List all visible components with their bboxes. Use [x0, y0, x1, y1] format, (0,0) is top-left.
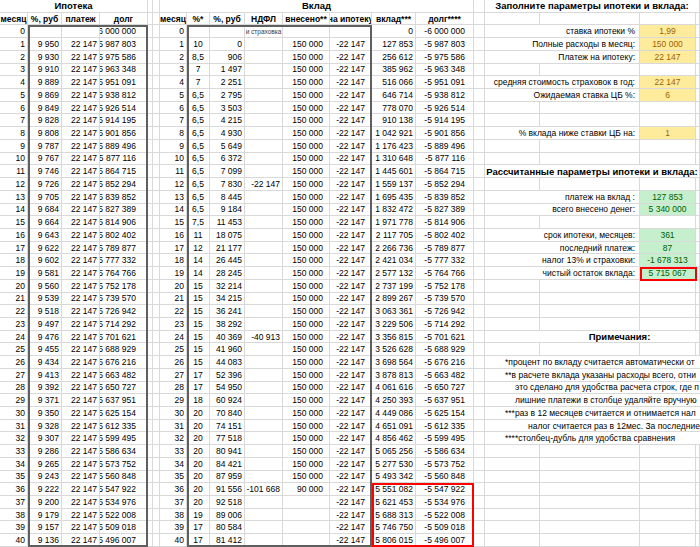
table-cell[interactable]: 5 621 453	[372, 496, 416, 509]
table-cell[interactable]: 22 147	[62, 140, 100, 153]
table-cell[interactable]: 150 000	[283, 318, 330, 331]
table-cell[interactable]: 15	[187, 280, 210, 293]
table-cell[interactable]: 2 117 705	[372, 229, 416, 242]
table-cell[interactable]: 4 061 616	[372, 382, 416, 395]
table-cell[interactable]	[210, 25, 245, 38]
table-cell[interactable]	[245, 254, 283, 267]
table-cell[interactable]: 22 147	[62, 331, 100, 344]
table-cell[interactable]: -5 901 856	[416, 127, 474, 140]
table-cell[interactable]	[245, 64, 283, 77]
table-cell[interactable]: 1 445 601	[372, 165, 416, 178]
table-cell[interactable]: 150 000	[283, 76, 330, 89]
table-cell[interactable]: -5 975 586	[416, 51, 474, 64]
table-cell[interactable]	[245, 76, 283, 89]
table-cell[interactable]: -5 987 803	[416, 38, 474, 51]
table-cell[interactable]: 81 412	[210, 534, 245, 547]
table-cell[interactable]: 150 000	[283, 229, 330, 242]
table-cell[interactable]: 14	[187, 254, 210, 267]
table-cell[interactable]: 9 746	[28, 165, 62, 178]
table-cell[interactable]: 92 518	[210, 496, 245, 509]
table-cell[interactable]	[245, 114, 283, 127]
table-cell[interactable]: 6,5	[187, 140, 210, 153]
table-cell[interactable]: 22 147	[62, 420, 100, 433]
table-cell[interactable]: 150 000	[283, 382, 330, 395]
table-cell[interactable]: 9	[160, 140, 187, 153]
table-cell[interactable]: 5 806 015	[372, 534, 416, 547]
table-cell[interactable]: -22 147	[330, 254, 372, 267]
table-cell[interactable]: 0	[372, 25, 416, 38]
table-cell[interactable]: 5 496 007	[100, 534, 148, 547]
table-cell[interactable]	[245, 420, 283, 433]
table-cell[interactable]	[245, 229, 283, 242]
table-cell[interactable]: -22 147	[330, 38, 372, 51]
table-cell[interactable]: 17	[160, 242, 187, 255]
table-cell[interactable]: 22 147	[62, 496, 100, 509]
table-cell[interactable]: 5 975 586	[100, 51, 148, 64]
table-cell[interactable]: 80 941	[210, 445, 245, 458]
table-cell[interactable]: 3	[160, 64, 187, 77]
table-cell[interactable]: 6	[0, 102, 28, 115]
table-cell[interactable]	[245, 356, 283, 369]
table-cell[interactable]: 5 493 342	[372, 471, 416, 484]
table-cell[interactable]: -5 914 195	[416, 114, 474, 127]
table-cell[interactable]: 22 147	[62, 293, 100, 306]
table-cell[interactable]: 24	[0, 331, 28, 344]
table-cell[interactable]: 150 000	[283, 204, 330, 217]
table-cell[interactable]: 17	[187, 534, 210, 547]
table-cell[interactable]: 150 000	[283, 51, 330, 64]
table-cell[interactable]: 35	[160, 471, 187, 484]
table-cell[interactable]: -5 827 389	[416, 204, 474, 217]
table-cell[interactable]: 22 147	[62, 471, 100, 484]
table-cell[interactable]: 10	[0, 153, 28, 166]
table-cell[interactable]: 39	[0, 521, 28, 534]
table-cell[interactable]	[283, 509, 330, 522]
table-cell[interactable]: 22 147	[62, 64, 100, 77]
table-cell[interactable]: 17	[187, 521, 210, 534]
table-cell[interactable]: -22 147	[330, 496, 372, 509]
table-cell[interactable]: 2	[160, 51, 187, 64]
table-cell[interactable]: -5 777 332	[416, 254, 474, 267]
table-cell[interactable]: -22 147	[330, 89, 372, 102]
table-cell[interactable]: 22 147	[62, 204, 100, 217]
table-cell[interactable]: -22 147	[330, 165, 372, 178]
table-cell[interactable]: 150 000	[283, 331, 330, 344]
table-cell[interactable]: 22 147	[62, 114, 100, 127]
table-cell[interactable]: 5 573 752	[100, 458, 148, 471]
table-cell[interactable]: 30	[0, 407, 28, 420]
table-cell[interactable]: 22 147	[62, 76, 100, 89]
table-cell[interactable]: 5 752 178	[100, 280, 148, 293]
table-cell[interactable]: 5 987 803	[100, 38, 148, 51]
table-cell[interactable]: -22 147	[330, 140, 372, 153]
table-cell[interactable]: 89 006	[210, 509, 245, 522]
table-cell[interactable]: 87 959	[210, 471, 245, 484]
table-cell[interactable]	[330, 25, 372, 38]
table-cell[interactable]: 77 518	[210, 432, 245, 445]
table-cell[interactable]: 150 000	[283, 89, 330, 102]
table-cell[interactable]: -5 650 727	[416, 382, 474, 395]
table-cell[interactable]: 22 147	[62, 305, 100, 318]
table-cell[interactable]: -22 147	[330, 343, 372, 356]
table-cell[interactable]: 34	[0, 458, 28, 471]
field-value[interactable]: 6	[640, 89, 696, 102]
table-cell[interactable]: 22 147	[62, 483, 100, 496]
table-cell[interactable]: -101 668	[245, 483, 283, 496]
table-cell[interactable]: 5 551 082	[372, 483, 416, 496]
table-cell[interactable]	[187, 25, 210, 38]
table-cell[interactable]: -22 147	[330, 242, 372, 255]
table-cell[interactable]: 5 726 942	[100, 305, 148, 318]
table-cell[interactable]: 5 625 154	[100, 407, 148, 420]
table-cell[interactable]: 9 622	[28, 242, 62, 255]
field-value[interactable]: 1,99	[640, 25, 696, 38]
table-cell[interactable]: -22 147	[330, 305, 372, 318]
table-cell[interactable]	[245, 445, 283, 458]
table-cell[interactable]: 150 000	[283, 254, 330, 267]
table-cell[interactable]: -5 663 482	[416, 369, 474, 382]
table-cell[interactable]: 150 000	[283, 165, 330, 178]
table-cell[interactable]: 22 147	[62, 407, 100, 420]
table-cell[interactable]: 22 147	[62, 102, 100, 115]
table-cell[interactable]: 9 179	[28, 509, 62, 522]
table-cell[interactable]: 150 000	[283, 305, 330, 318]
table-cell[interactable]: 8	[160, 127, 187, 140]
table-cell[interactable]: -22 147	[330, 127, 372, 140]
table-cell[interactable]: 9 560	[28, 280, 62, 293]
